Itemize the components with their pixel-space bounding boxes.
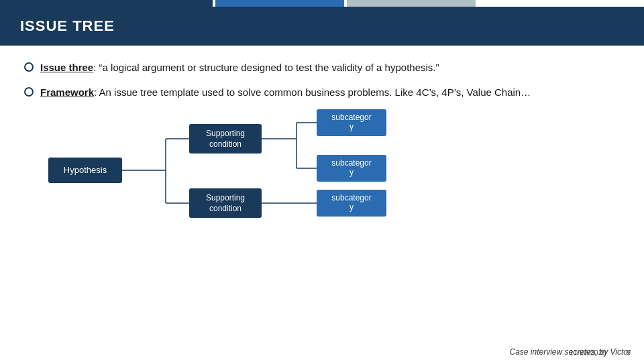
sub2-label1: subcategor <box>331 158 371 168</box>
sup1-label1: Supporting <box>206 129 245 138</box>
sup2-label2: condition <box>209 204 241 213</box>
term-issue-three: Issue three <box>40 62 93 73</box>
sub1-label2: y <box>350 122 354 131</box>
bullet-text-1: Issue three: “a logical argument or stru… <box>40 60 439 76</box>
term-framework: Framework <box>40 86 94 98</box>
header-band: ISSUE TREE <box>0 7 644 46</box>
hypothesis-label: Hypothesis <box>64 165 107 175</box>
sub3-label2: y <box>350 202 354 212</box>
page-title: ISSUE TREE <box>20 17 115 34</box>
sup2-label1: Supporting <box>206 193 245 202</box>
bullet-item-framework: Framework: An issue tree template used t… <box>24 85 620 101</box>
bullet-text-2: Framework: An issue tree template used t… <box>40 85 531 101</box>
issue-tree-diagram: Hypothesis Supporting condition Supporti… <box>48 109 464 240</box>
sub2-label2: y <box>350 168 354 177</box>
diagram-area: Hypothesis Supporting condition Supporti… <box>48 109 620 240</box>
bullet-circle-1 <box>24 62 34 72</box>
top-bars <box>0 0 644 7</box>
footer-credit: Case interview secretes, by Victor <box>509 347 631 357</box>
top-bar-2 <box>215 0 344 7</box>
bullet-item-issue-three: Issue three: “a logical argument or stru… <box>24 60 620 76</box>
sup1-label2: condition <box>209 139 241 149</box>
top-bar-1 <box>0 0 213 7</box>
bullet-circle-2 <box>24 87 34 97</box>
sub3-label1: subcategor <box>331 193 371 202</box>
def-issue-three: : “a logical argument or structure desig… <box>93 62 439 73</box>
def-framework: : An issue tree template used to solve c… <box>94 86 531 98</box>
sub1-label1: subcategor <box>331 113 371 122</box>
top-bar-3 <box>347 0 476 7</box>
main-content: Issue three: “a logical argument or stru… <box>0 46 644 251</box>
